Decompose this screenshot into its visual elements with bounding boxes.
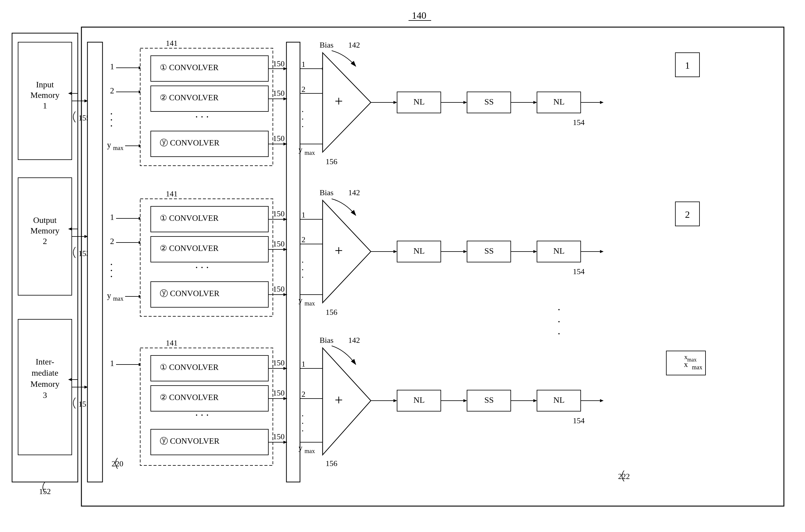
svg-text:+: +	[335, 93, 343, 109]
svg-text:·: ·	[558, 328, 561, 340]
svg-text:y: y	[298, 296, 303, 305]
svg-text:max: max	[113, 145, 123, 151]
svg-text:max: max	[692, 364, 702, 370]
svg-text:·  ·  ·: · · ·	[195, 409, 209, 421]
svg-text:① CONVOLVER: ① CONVOLVER	[160, 363, 219, 372]
svg-text:max: max	[305, 448, 315, 454]
svg-text:150: 150	[273, 432, 285, 441]
svg-text:x: x	[684, 360, 688, 369]
svg-text:2: 2	[301, 85, 306, 94]
svg-text:max: max	[113, 295, 123, 302]
svg-text:NL: NL	[413, 97, 424, 106]
svg-rect-34	[88, 42, 103, 482]
svg-text:156: 156	[326, 459, 337, 468]
svg-text:ⓨ CONVOLVER: ⓨ CONVOLVER	[160, 437, 219, 445]
svg-text:150: 150	[273, 359, 285, 367]
svg-text:② CONVOLVER: ② CONVOLVER	[160, 93, 219, 102]
svg-text:140: 140	[412, 10, 426, 21]
svg-text:·  ·  ·: · · ·	[195, 111, 209, 123]
svg-text:141: 141	[166, 39, 178, 48]
svg-text:Input: Input	[36, 80, 54, 89]
svg-text:150: 150	[273, 59, 285, 68]
svg-text:y: y	[298, 443, 303, 452]
svg-text:1: 1	[301, 360, 306, 368]
svg-text:y: y	[107, 140, 111, 149]
svg-text:1: 1	[301, 211, 306, 219]
svg-text:mediate: mediate	[32, 368, 58, 378]
svg-text:Bias: Bias	[319, 188, 333, 197]
svg-text:·  ·  ·: · · ·	[195, 262, 209, 273]
svg-text:154: 154	[573, 267, 585, 276]
svg-text:150: 150	[273, 134, 285, 143]
svg-text:1: 1	[685, 60, 690, 71]
svg-text:156: 156	[326, 308, 337, 317]
svg-text:150: 150	[273, 209, 285, 218]
svg-text:+: +	[335, 392, 343, 408]
svg-text:y: y	[107, 291, 111, 300]
svg-text:Bias: Bias	[319, 336, 333, 345]
svg-text:156: 156	[326, 157, 337, 166]
svg-text:1: 1	[110, 213, 114, 222]
svg-text:SS: SS	[484, 246, 494, 255]
svg-text:NL: NL	[553, 246, 564, 255]
svg-text:·: ·	[301, 121, 304, 131]
svg-text:1: 1	[43, 101, 47, 110]
svg-text:·: ·	[110, 270, 113, 283]
svg-text:ⓨ CONVOLVER: ⓨ CONVOLVER	[160, 289, 219, 298]
svg-text:142: 142	[348, 41, 360, 50]
svg-text:154: 154	[573, 118, 585, 127]
svg-text:Memory: Memory	[31, 90, 59, 100]
svg-text:3: 3	[43, 391, 47, 400]
svg-text:·: ·	[110, 120, 113, 132]
svg-text:Bias: Bias	[319, 41, 333, 50]
svg-text:141: 141	[166, 189, 178, 198]
svg-text:max: max	[688, 357, 697, 363]
svg-text:2: 2	[685, 209, 690, 220]
svg-text:·: ·	[301, 426, 304, 436]
svg-text:① CONVOLVER: ① CONVOLVER	[160, 63, 219, 72]
svg-text:② CONVOLVER: ② CONVOLVER	[160, 393, 219, 402]
svg-text:·: ·	[558, 316, 561, 328]
svg-text:NL: NL	[553, 97, 564, 106]
svg-text:max: max	[305, 300, 315, 307]
svg-text:NL: NL	[553, 395, 564, 404]
svg-text:② CONVOLVER: ② CONVOLVER	[160, 244, 219, 253]
svg-text:ⓨ CONVOLVER: ⓨ CONVOLVER	[160, 138, 219, 147]
svg-text:141: 141	[166, 339, 178, 347]
svg-text:SS: SS	[484, 395, 494, 404]
svg-text:① CONVOLVER: ① CONVOLVER	[160, 214, 219, 223]
svg-text:NL: NL	[413, 395, 424, 404]
svg-text:142: 142	[348, 188, 360, 197]
svg-text:2: 2	[43, 236, 47, 246]
svg-text:+: +	[335, 243, 343, 259]
svg-text:Memory: Memory	[31, 226, 59, 235]
svg-text:1: 1	[301, 60, 306, 69]
svg-text:Memory: Memory	[31, 379, 59, 388]
svg-text:y: y	[298, 145, 303, 154]
svg-text:Inter-: Inter-	[36, 357, 54, 366]
svg-text:142: 142	[348, 336, 360, 345]
svg-text:154: 154	[573, 416, 585, 425]
svg-text:max: max	[305, 149, 315, 156]
svg-text:220: 220	[112, 459, 123, 468]
svg-text:1: 1	[110, 359, 114, 368]
svg-text:152: 152	[39, 487, 51, 496]
diagram-svg: 140 Input Memory 1 Output Memory 2 Inter…	[0, 0, 805, 532]
svg-text:SS: SS	[484, 97, 494, 106]
svg-rect-119	[287, 42, 300, 482]
svg-text:150: 150	[273, 388, 285, 397]
svg-text:222: 222	[618, 472, 630, 481]
svg-text:·: ·	[558, 304, 561, 316]
svg-text:1: 1	[110, 62, 114, 71]
diagram: 140 Input Memory 1 Output Memory 2 Inter…	[0, 0, 805, 532]
svg-text:150: 150	[273, 240, 285, 248]
svg-text:2: 2	[110, 86, 114, 95]
svg-text:150: 150	[273, 285, 285, 293]
svg-text:2: 2	[110, 237, 114, 246]
svg-text:2: 2	[301, 235, 306, 244]
svg-text:Output: Output	[33, 215, 57, 225]
svg-text:2: 2	[301, 390, 306, 399]
svg-text:NL: NL	[413, 246, 424, 255]
svg-text:150: 150	[273, 89, 285, 98]
svg-text:·: ·	[301, 272, 304, 282]
